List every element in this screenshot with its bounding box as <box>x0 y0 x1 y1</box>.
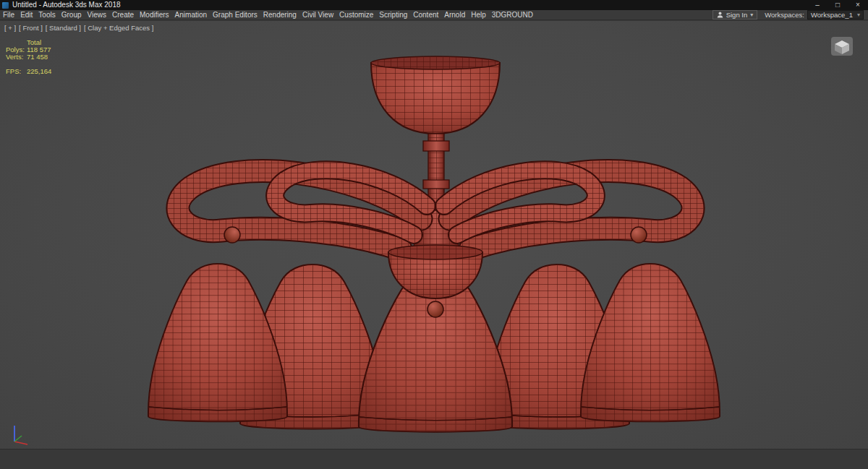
menu-item-file[interactable]: File <box>0 10 17 20</box>
viewport-menu-shading[interactable]: [ Clay + Edged Faces ] <box>84 24 153 32</box>
stats-fps-label: FPS: <box>6 68 25 75</box>
arm-left <box>178 170 427 249</box>
menu-item-tools[interactable]: Tools <box>35 10 58 20</box>
chandelier-group[interactable] <box>148 56 720 432</box>
stats-verts-value: 71 458 <box>27 53 51 61</box>
menu-item-group[interactable]: Group <box>59 10 85 20</box>
menu-item-3dground[interactable]: 3DGROUND <box>489 10 536 20</box>
axis-tripod <box>4 418 33 449</box>
menu-item-create[interactable]: Create <box>109 10 137 20</box>
title-bar: Untitled - Autodesk 3ds Max 2018 – □ × <box>0 0 868 10</box>
sign-in-label: Sign In <box>726 11 748 19</box>
maximize-button[interactable]: □ <box>827 0 848 10</box>
viewport-label: [ + ] [ Front ] [ Standard ] [ Clay + Ed… <box>4 24 153 32</box>
menu-item-help[interactable]: Help <box>468 10 489 20</box>
menu-item-civil-view[interactable]: Civil View <box>299 10 336 20</box>
user-icon <box>717 12 723 18</box>
window-title: Untitled - Autodesk 3ds Max 2018 <box>12 0 121 10</box>
stats-verts-label: Verts: <box>6 53 25 61</box>
menu-item-animation[interactable]: Animation <box>172 10 210 20</box>
viewport-menu-renderer[interactable]: [ Standard ] <box>46 24 81 32</box>
stats-fps-value: 225,164 <box>27 68 51 75</box>
bottom-panel <box>0 449 868 469</box>
menu-item-views[interactable]: Views <box>85 10 110 20</box>
chandelier-model[interactable] <box>0 21 868 449</box>
chevron-down-icon: ▾ <box>750 12 753 18</box>
finial-ball <box>427 301 443 317</box>
viewport-menu-view[interactable]: [ Front ] <box>19 24 43 32</box>
viewcube-icon[interactable] <box>830 36 854 56</box>
menu-item-arnold[interactable]: Arnold <box>441 10 468 20</box>
viewport-front[interactable]: [ + ] [ Front ] [ Standard ] [ Clay + Ed… <box>0 21 868 449</box>
arm-right <box>444 170 693 249</box>
workspace-chevron-icon: ▾ <box>857 11 860 20</box>
viewport-statistics: Total Polys: 118 577 Verts: 71 458 FPS: … <box>6 39 51 75</box>
sign-in-button[interactable]: Sign In ▾ <box>712 10 758 20</box>
workspace-dropdown[interactable]: Workspace_1 ▾ <box>807 10 864 20</box>
menu-item-modifiers[interactable]: Modifiers <box>137 10 172 20</box>
menu-item-content[interactable]: Content <box>410 10 441 20</box>
menu-item-rendering[interactable]: Rendering <box>260 10 299 20</box>
lamp-shade-1 <box>148 264 287 421</box>
menu-item-scripting[interactable]: Scripting <box>376 10 410 20</box>
close-button[interactable]: × <box>848 0 868 10</box>
menu-bar: File Edit Tools Group Views Create Modif… <box>0 10 868 20</box>
menu-item-edit[interactable]: Edit <box>17 10 35 20</box>
menu-item-graph-editors[interactable]: Graph Editors <box>210 10 260 20</box>
lamp-shade-5 <box>581 264 720 421</box>
menu-item-customize[interactable]: Customize <box>336 10 376 20</box>
minimize-button[interactable]: – <box>807 0 827 10</box>
workspace-value: Workspace_1 <box>811 11 853 20</box>
3dsmax-app-icon <box>2 2 9 9</box>
top-bowl <box>371 56 500 134</box>
viewport-menu-general[interactable]: [ + ] <box>4 24 16 32</box>
workspaces-label: Workspaces: <box>765 11 804 19</box>
